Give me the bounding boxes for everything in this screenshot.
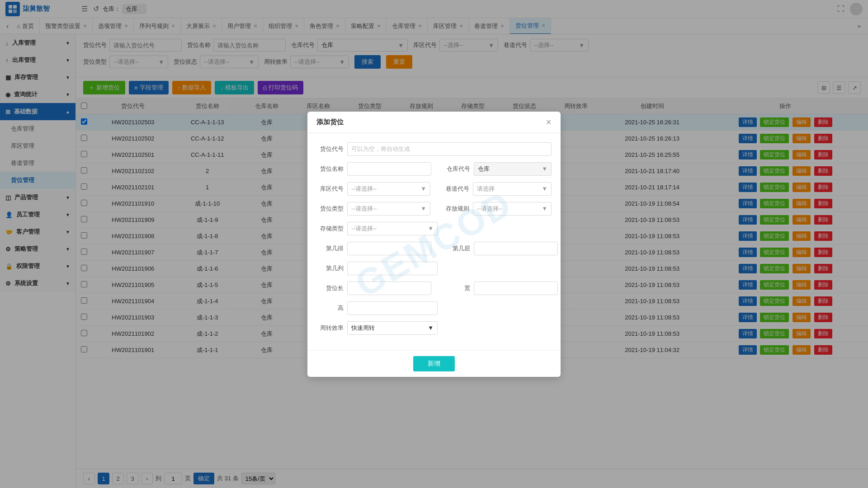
modal-field-col: 第几列 [316, 262, 552, 275]
modal-warehouse-val: 仓库 [478, 165, 490, 173]
modal-submit-btn[interactable]: 新增 [413, 356, 455, 371]
modal-aisle-placeholder: 请选择 [477, 185, 495, 193]
modal-field-aisle: 巷道代号 请选择 ▼ [438, 182, 552, 196]
modal-warehouse-arrow: ▼ [542, 165, 547, 172]
modal-field-efficiency: 周转效率 快速周转 ▼ [316, 321, 552, 335]
modal-row-4: 货位类型 --请选择-- ▼ 存放规则 --请选择-- ▼ [316, 202, 552, 216]
modal-row-1: 货位代号 [316, 142, 552, 156]
modal-select-storage[interactable]: --请选择-- ▼ [347, 222, 438, 235]
modal-label-rule: 存放规则 [438, 205, 469, 213]
modal-header: 添加货位 ✕ [307, 112, 561, 133]
modal-row-5: 存储类型 --请选择-- ▼ [316, 222, 552, 235]
modal-select-zone[interactable]: --请选择-- ▼ [347, 182, 430, 196]
modal-field-height: 高 [316, 301, 552, 315]
modal-footer: 新增 [307, 350, 561, 377]
modal-overlay[interactable]: GEMCOD 添加货位 ✕ 货位代号 货位名称 仓库代号 [0, 0, 868, 488]
modal-zone-placeholder: --请选择-- [351, 185, 377, 193]
modal-select-efficiency[interactable]: 快速周转 ▼ [347, 321, 438, 335]
modal-field-storage: 存储类型 --请选择-- ▼ [316, 222, 552, 235]
modal-label-col: 第几列 [316, 264, 344, 272]
modal-input-width[interactable] [474, 282, 558, 295]
modal-label-warehouse: 仓库代号 [439, 165, 470, 173]
modal-label-width: 宽 [439, 284, 470, 292]
modal-storage-arrow: ▼ [428, 225, 434, 232]
modal-select-warehouse[interactable]: 仓库 ▼ [474, 162, 552, 176]
modal-field-rule: 存放规则 --请选择-- ▼ [438, 202, 552, 216]
modal-select-aisle[interactable]: 请选择 ▼ [473, 182, 552, 196]
modal-storage-placeholder: --请选择-- [351, 225, 377, 233]
modal-label-length: 货位长 [316, 284, 344, 292]
modal-field-width: 宽 [439, 282, 558, 295]
modal-field-code: 货位代号 [316, 142, 552, 156]
modal-row-9: 高 [316, 301, 552, 315]
modal-label-aisle: 巷道代号 [438, 185, 469, 193]
modal-input-length[interactable] [347, 282, 431, 295]
modal-field-loc-type: 货位类型 --请选择-- ▼ [316, 202, 430, 216]
modal-row-2: 货位名称 仓库代号 仓库 ▼ [316, 162, 552, 176]
modal-rule-arrow: ▼ [542, 205, 547, 212]
modal-input-loc-name[interactable] [347, 162, 431, 176]
modal-label-code: 货位代号 [316, 145, 344, 153]
modal-label-layer: 第几层 [439, 244, 470, 253]
modal-type-placeholder: --请选择-- [351, 205, 377, 213]
modal-label-row: 第几排 [316, 244, 344, 253]
modal-select-loc-type[interactable]: --请选择-- ▼ [347, 202, 430, 216]
modal-row-3: 库区代号 --请选择-- ▼ 巷道代号 请选择 ▼ [316, 182, 552, 196]
modal-label-efficiency: 周转效率 [316, 324, 344, 332]
modal-input-layer[interactable] [474, 242, 558, 255]
modal-field-row: 第几排 [316, 242, 431, 255]
modal-row-6: 第几排 第几层 [316, 242, 552, 255]
modal-input-col[interactable] [347, 262, 438, 275]
modal-row-8: 货位长 宽 [316, 282, 552, 295]
modal-field-length: 货位长 [316, 282, 431, 295]
modal-efficiency-arrow: ▼ [428, 324, 434, 331]
modal-close-btn[interactable]: ✕ [546, 118, 552, 127]
modal-label-loc-name: 货位名称 [316, 165, 344, 173]
modal-field-warehouse: 仓库代号 仓库 ▼ [439, 162, 552, 176]
modal-field-layer: 第几层 [439, 242, 558, 255]
modal-field-loc-name: 货位名称 [316, 162, 431, 176]
modal-field-zone: 库区代号 --请选择-- ▼ [316, 182, 430, 196]
modal-aisle-arrow: ▼ [542, 185, 547, 192]
modal-label-height: 高 [316, 304, 344, 312]
modal-body: 货位代号 货位名称 仓库代号 仓库 ▼ [307, 133, 561, 350]
modal-rule-placeholder: --请选择-- [477, 205, 502, 213]
modal-zone-arrow: ▼ [420, 185, 426, 192]
modal-row-10: 周转效率 快速周转 ▼ [316, 321, 552, 335]
modal-efficiency-val: 快速周转 [351, 324, 375, 332]
modal-input-row[interactable] [347, 242, 431, 255]
modal-title: 添加货位 [316, 118, 344, 127]
modal-input-height[interactable] [347, 301, 438, 315]
modal-label-storage: 存储类型 [316, 225, 344, 233]
modal-input-code[interactable] [347, 142, 552, 156]
modal-select-rule[interactable]: --请选择-- ▼ [473, 202, 552, 216]
modal-row-7: 第几列 [316, 262, 552, 275]
modal-label-zone: 库区代号 [316, 185, 344, 193]
modal-add-location: GEMCOD 添加货位 ✕ 货位代号 货位名称 仓库代号 [307, 112, 561, 377]
modal-type-arrow: ▼ [420, 205, 426, 212]
modal-label-loc-type: 货位类型 [316, 205, 344, 213]
